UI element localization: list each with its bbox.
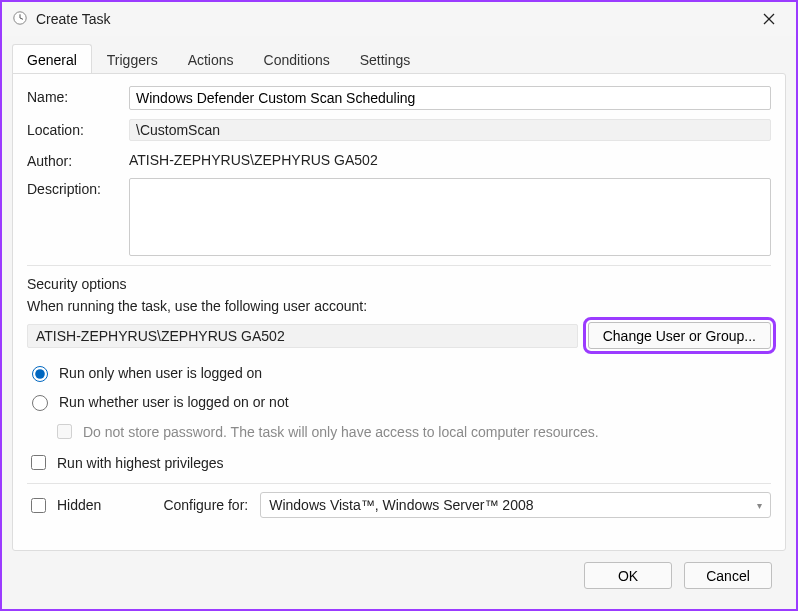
hidden-checkbox[interactable] (31, 498, 46, 513)
titlebar: Create Task (2, 2, 796, 36)
location-label: Location: (27, 119, 121, 138)
chevron-down-icon: ▾ (757, 500, 762, 511)
highest-privileges-checkbox[interactable] (31, 455, 46, 470)
highest-privileges-label: Run with highest privileges (57, 455, 224, 471)
no-store-password-label: Do not store password. The task will onl… (83, 424, 599, 440)
no-store-password-row: Do not store password. The task will onl… (53, 421, 771, 442)
description-label: Description: (27, 178, 121, 197)
run-logged-on-label: Run only when user is logged on (59, 365, 262, 381)
tab-general[interactable]: General (12, 44, 92, 74)
run-whether-radio[interactable] (32, 395, 48, 411)
no-store-password-checkbox (57, 424, 72, 439)
tab-settings[interactable]: Settings (345, 44, 426, 74)
change-user-button[interactable]: Change User or Group... (588, 322, 771, 349)
bottom-row: Hidden Configure for: Windows Vista™, Wi… (27, 483, 771, 518)
content-area: General Triggers Actions Conditions Sett… (2, 36, 796, 609)
author-value: ATISH-ZEPHYRUS\ZEPHYRUS GA502 (129, 150, 771, 168)
highest-privileges-row[interactable]: Run with highest privileges (27, 452, 771, 473)
tab-triggers[interactable]: Triggers (92, 44, 173, 74)
ok-button[interactable]: OK (584, 562, 672, 589)
run-whether-row[interactable]: Run whether user is logged on or not (27, 392, 771, 411)
clock-icon (12, 10, 28, 29)
configure-for-value: Windows Vista™, Windows Server™ 2008 (269, 497, 533, 513)
tab-actions[interactable]: Actions (173, 44, 249, 74)
tab-strip: General Triggers Actions Conditions Sett… (12, 44, 786, 74)
account-label: When running the task, use the following… (27, 298, 771, 314)
create-task-dialog: Create Task General Triggers Actions Con… (2, 2, 796, 609)
general-panel: Name: Location: \CustomScan Author: ATIS… (12, 73, 786, 551)
divider (27, 265, 771, 266)
tab-conditions[interactable]: Conditions (249, 44, 345, 74)
close-icon (763, 13, 775, 25)
author-label: Author: (27, 150, 121, 169)
configure-for-dropdown[interactable]: Windows Vista™, Windows Server™ 2008 ▾ (260, 492, 771, 518)
account-value: ATISH-ZEPHYRUS\ZEPHYRUS GA502 (27, 324, 578, 348)
window-title: Create Task (36, 11, 110, 27)
description-input[interactable] (129, 178, 771, 256)
run-whether-label: Run whether user is logged on or not (59, 394, 289, 410)
configure-for-label: Configure for: (163, 497, 248, 513)
name-label: Name: (27, 86, 121, 105)
security-options-title: Security options (27, 276, 771, 292)
name-input[interactable] (129, 86, 771, 110)
location-value: \CustomScan (129, 119, 771, 141)
cancel-button[interactable]: Cancel (684, 562, 772, 589)
run-logged-on-row[interactable]: Run only when user is logged on (27, 363, 771, 382)
dialog-buttons: OK Cancel (12, 552, 786, 599)
run-logged-on-radio[interactable] (32, 366, 48, 382)
close-button[interactable] (752, 6, 786, 32)
hidden-label: Hidden (57, 497, 101, 513)
hidden-row[interactable]: Hidden (27, 495, 101, 516)
